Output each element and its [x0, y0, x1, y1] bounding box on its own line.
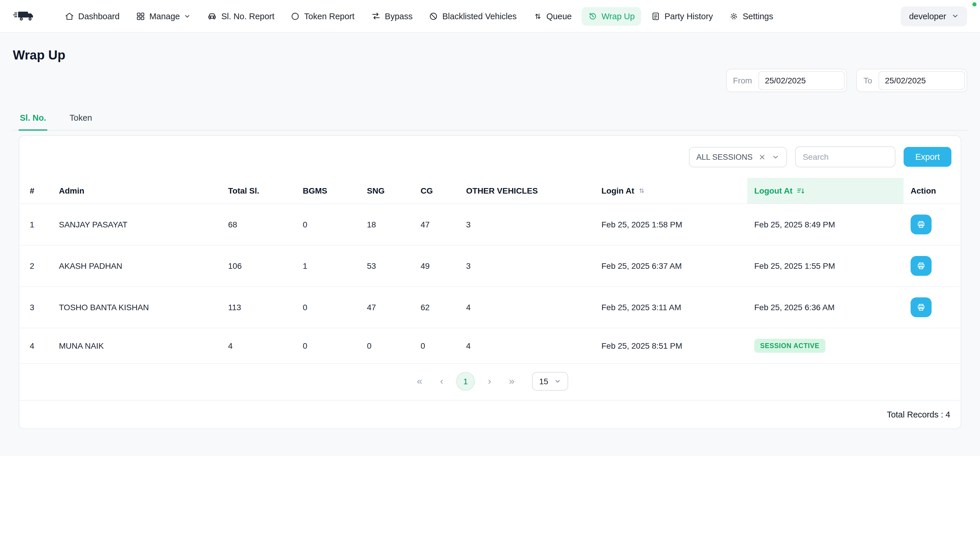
print-button[interactable] — [911, 256, 932, 276]
date-filters: From To — [0, 63, 980, 92]
col-header-other-vehicles: OTHER VEHICLES — [459, 178, 594, 204]
printer-icon — [916, 220, 926, 229]
clear-icon[interactable] — [758, 153, 766, 160]
nav-item-slno-report[interactable]: Sl. No. Report — [201, 6, 281, 25]
print-button[interactable] — [911, 214, 932, 234]
session-filter-select[interactable]: ALL SESSIONS — [689, 147, 787, 167]
cell-admin: AKASH PADHAN — [52, 245, 221, 287]
nav-item-token-report[interactable]: Token Report — [285, 7, 361, 25]
col-header-admin: Admin — [52, 178, 221, 204]
blocked-icon — [429, 11, 438, 21]
col-label: Login At — [601, 186, 635, 195]
cell-logout: Feb 25, 2025 8:49 PM — [747, 204, 904, 245]
nav-label: Wrap Up — [601, 11, 635, 21]
session-active-badge: SESSION ACTIVE — [754, 339, 825, 353]
manage-icon — [136, 11, 145, 21]
search-input[interactable] — [795, 146, 896, 167]
gear-icon — [729, 11, 738, 21]
from-date-label: From — [727, 72, 758, 89]
cell-cg: 49 — [414, 245, 459, 287]
nav-item-party-history[interactable]: Party History — [644, 7, 719, 25]
col-header-logout-at[interactable]: Logout At — [747, 178, 904, 204]
user-menu-label: developer — [909, 11, 946, 21]
table-row: 2 AKASH PADHAN 106 1 53 49 3 Feb 25, 202… — [19, 245, 961, 287]
nav-label: Queue — [546, 11, 572, 21]
bypass-icon — [371, 11, 381, 21]
from-date-group: From — [726, 69, 847, 92]
chevron-down-icon — [772, 153, 780, 160]
nav-label: Manage — [150, 11, 180, 21]
cell-cg: 62 — [414, 287, 459, 328]
col-header-cg: CG — [414, 178, 459, 204]
cell-admin: TOSHO BANTA KISHAN — [52, 287, 221, 328]
user-menu-button[interactable]: developer — [901, 6, 967, 26]
wrap-up-card: ALL SESSIONS Export # Admin Total Sl. BG — [19, 135, 961, 429]
nav-item-wrap-up[interactable]: Wrap Up — [582, 7, 641, 25]
cell-action — [904, 328, 961, 364]
chevron-down-icon — [951, 12, 959, 20]
col-header-action: Action — [904, 178, 961, 204]
cell-sng: 18 — [360, 204, 414, 245]
nav-item-bypass[interactable]: Bypass — [364, 6, 419, 25]
nav-item-settings[interactable]: Settings — [723, 7, 780, 25]
tab-sl-no[interactable]: Sl. No. — [19, 107, 47, 130]
session-filter-value: ALL SESSIONS — [697, 152, 753, 161]
page-size-value: 15 — [539, 377, 548, 386]
next-page-button[interactable]: › — [482, 373, 497, 390]
cell-logout: Feb 25, 2025 6:36 AM — [747, 287, 904, 328]
table-row: 4 MUNA NAIK 4 0 0 0 4 Feb 25, 2025 8:51 … — [19, 328, 961, 364]
first-page-button[interactable]: « — [412, 373, 427, 390]
cell-login: Feb 25, 2025 3:11 AM — [594, 287, 747, 328]
export-button[interactable]: Export — [904, 147, 951, 167]
nav-label: Token Report — [304, 11, 355, 21]
current-page[interactable]: 1 — [456, 372, 475, 391]
prev-page-button[interactable]: ‹ — [434, 373, 449, 390]
table-toolbar: ALL SESSIONS Export — [19, 136, 961, 178]
history-icon — [588, 11, 597, 21]
cell-logout: Feb 25, 2025 1:55 PM — [747, 245, 904, 287]
truck-logo-icon — [13, 8, 36, 24]
nav-label: Settings — [743, 11, 773, 21]
nav-label: Party History — [664, 11, 713, 21]
col-header-sng: SNG — [360, 178, 414, 204]
queue-icon — [533, 11, 542, 21]
cell-total: 4 — [221, 328, 296, 364]
app-logo[interactable] — [13, 8, 36, 24]
nav-item-dashboard[interactable]: Dashboard — [58, 7, 126, 25]
top-navbar: Dashboard Manage Sl. No. Report Token Re… — [0, 0, 980, 33]
sort-icon — [638, 187, 646, 195]
last-page-button[interactable]: » — [504, 373, 519, 390]
cell-bgms: 0 — [296, 287, 360, 328]
cell-other: 3 — [459, 245, 594, 287]
nav-item-manage[interactable]: Manage — [129, 7, 197, 25]
cell-bgms: 1 — [296, 245, 360, 287]
cell-cg: 0 — [414, 328, 459, 364]
to-date-label: To — [857, 72, 878, 89]
nav-label: Sl. No. Report — [221, 11, 274, 21]
nav-item-queue[interactable]: Queue — [527, 7, 578, 25]
page-container: Wrap Up From To Sl. No. Token ALL SESSIO… — [0, 33, 980, 456]
cell-admin: SANJAY PASAYAT — [52, 204, 221, 245]
page-size-select[interactable]: 15 — [532, 372, 568, 391]
col-header-total: Total Sl. — [221, 178, 296, 204]
table-row: 3 TOSHO BANTA KISHAN 113 0 47 62 4 Feb 2… — [19, 287, 961, 328]
from-date-input[interactable] — [758, 71, 845, 90]
app-root: Dashboard Manage Sl. No. Report Token Re… — [0, 0, 980, 551]
cell-total: 113 — [221, 287, 296, 328]
tab-token[interactable]: Token — [68, 107, 93, 130]
print-button[interactable] — [911, 297, 932, 317]
to-date-input[interactable] — [878, 71, 965, 90]
dashboard-icon — [65, 11, 74, 21]
cell-total: 106 — [221, 245, 296, 287]
token-icon — [291, 11, 300, 21]
col-header-login-at[interactable]: Login At — [594, 178, 747, 204]
cell-bgms: 0 — [296, 328, 360, 364]
cell-action — [904, 245, 961, 287]
cell-sng: 47 — [360, 287, 414, 328]
page-title: Wrap Up — [0, 33, 980, 63]
pagination: « ‹ 1 › » 15 — [19, 364, 961, 400]
cell-total: 68 — [221, 204, 296, 245]
cell-login: Feb 25, 2025 8:51 PM — [594, 328, 747, 364]
cell-other: 4 — [459, 328, 594, 364]
nav-item-blacklisted-vehicles[interactable]: Blacklisted Vehicles — [422, 7, 523, 25]
